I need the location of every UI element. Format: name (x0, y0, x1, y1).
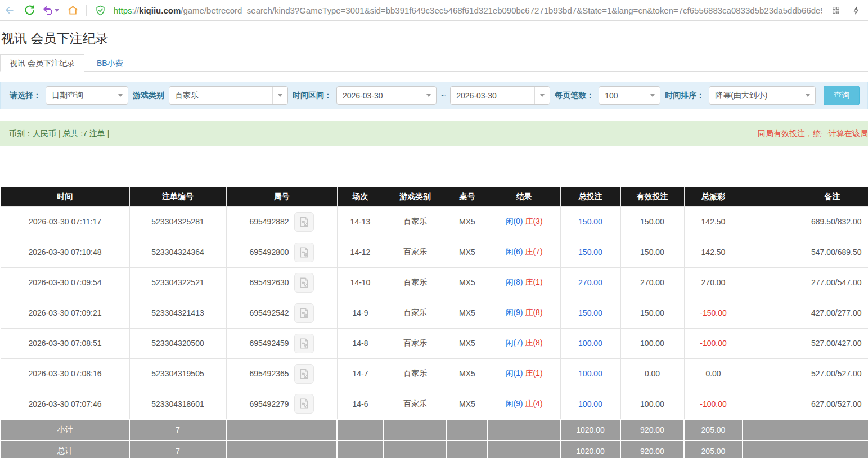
cell-time: 2026-03-30 07:09:54 (1, 267, 129, 298)
filter-bar: 请选择： 日期查询 游戏类别 百家乐 时间区间： 2026-03-30 ~ 20… (0, 82, 868, 109)
cell-table-no: MX5 (447, 206, 488, 237)
home-icon[interactable] (66, 4, 79, 16)
cell-total-bet[interactable]: 100.00 (560, 358, 620, 389)
cell-total-bet[interactable]: 150.00 (560, 298, 620, 328)
cell-bet-id: 523304318601 (129, 389, 226, 419)
table-row: 2026-03-30 07:10:48 523304324364 6954928… (1, 237, 868, 267)
cell-total-bet[interactable]: 150.00 (560, 206, 620, 237)
cell-payout: 142.50 (684, 237, 743, 267)
cell-table-no: MX5 (447, 237, 488, 267)
cell-result: 闲(0) 庄(3) (488, 206, 560, 237)
cell-round: 695492365 (226, 358, 337, 389)
search-button[interactable]: 查询 (824, 86, 860, 105)
cell-table-no: MX5 (447, 328, 488, 358)
cell-round: 695492800 (226, 237, 337, 267)
column-header: 备注 (743, 187, 868, 206)
video-replay-button[interactable] (294, 334, 314, 353)
table-row: 2026-03-30 07:11:17 523304325281 6954928… (1, 206, 868, 237)
cell-note: 689.50/832.00 (743, 206, 868, 237)
sort-select[interactable]: 降幂(由大到小) (709, 86, 816, 105)
cell-note: 547.00/689.50 (743, 237, 868, 267)
cell-note: 527.00/427.00 (743, 328, 868, 358)
footer-cell: 7 (129, 441, 226, 458)
video-replay-button[interactable] (294, 273, 314, 293)
footer-cell (488, 419, 560, 441)
footer-cell: 小计 (1, 419, 129, 441)
cell-total-bet[interactable]: 100.00 (560, 389, 620, 419)
cell-result: 闲(1) 庄(1) (488, 358, 560, 389)
cell-total-bet[interactable]: 150.00 (560, 237, 620, 267)
cell-time: 2026-03-30 07:09:21 (1, 298, 129, 328)
undo-icon[interactable] (43, 5, 59, 16)
cell-bet-id: 523304319505 (129, 358, 226, 389)
date-to-value: 2026-03-30 (451, 87, 534, 104)
cell-time: 2026-03-30 07:11:17 (1, 206, 129, 237)
footer-cell (226, 419, 337, 441)
refresh-icon[interactable] (23, 4, 35, 16)
footer-cell: 920.00 (620, 441, 684, 458)
cell-note: 427.00/277.00 (743, 298, 868, 328)
video-replay-button[interactable] (294, 394, 314, 414)
cell-note: 527.00/527.00 (743, 358, 868, 389)
video-replay-button[interactable] (294, 212, 314, 232)
sort-label: 时间排序： (665, 91, 704, 101)
date-range-tilde: ~ (441, 91, 446, 100)
column-header: 总派彩 (684, 187, 743, 206)
cell-payout: 270.00 (684, 267, 743, 298)
column-header: 局号 (226, 187, 337, 206)
cell-valid-bet: 150.00 (620, 298, 684, 328)
video-replay-button[interactable] (294, 243, 314, 262)
result-banker: 庄(8) (525, 338, 542, 347)
sort-value: 降幂(由大到小) (709, 87, 800, 104)
video-replay-button[interactable] (294, 303, 314, 323)
cell-session: 14-9 (337, 298, 384, 328)
back-icon[interactable] (3, 4, 16, 16)
cell-total-bet[interactable]: 270.00 (560, 267, 620, 298)
cell-result: 闲(9) 庄(4) (488, 389, 560, 419)
tab-bb-tips[interactable]: BB小费 (84, 55, 136, 71)
column-header: 结果 (488, 187, 560, 206)
round-id: 695492882 (249, 217, 289, 226)
footer-cell (337, 441, 384, 458)
time-range-label: 时间区间： (293, 91, 332, 101)
cell-round: 695492882 (226, 206, 337, 237)
lightning-icon[interactable] (850, 4, 862, 16)
cell-total-bet[interactable]: 100.00 (560, 328, 620, 358)
undo-dropdown-caret[interactable] (55, 9, 59, 12)
table-row: 2026-03-30 07:09:54 523304322521 6954926… (1, 267, 868, 298)
per-page-select[interactable]: 100 (599, 86, 660, 105)
secure-shield-icon[interactable] (94, 4, 106, 16)
date-from-select[interactable]: 2026-03-30 (336, 86, 437, 105)
video-replay-button[interactable] (294, 364, 314, 384)
result-banker: 庄(8) (525, 308, 542, 317)
qr-code-icon[interactable] (830, 4, 842, 16)
footer-cell (488, 441, 560, 458)
chevron-down-icon (645, 87, 660, 104)
footer-cell (447, 441, 488, 458)
query-mode-label: 请选择： (10, 91, 41, 101)
cell-time: 2026-03-30 07:10:48 (1, 237, 129, 267)
bet-records-table-wrap: 时间注单编号局号场次游戏类别桌号结果总投注有效投注总派彩备注 2026-03-3… (0, 187, 868, 458)
cell-game-type: 百家乐 (384, 206, 447, 237)
table-row: 2026-03-30 07:07:46 523304318601 6954922… (1, 389, 868, 419)
column-header: 有效投注 (620, 187, 684, 206)
footer-cell: 920.00 (620, 419, 684, 441)
query-mode-select[interactable]: 日期查询 (46, 86, 128, 105)
cell-session: 14-12 (337, 237, 384, 267)
address-bar[interactable]: https://kiqiiu.com/game/betrecord_search… (114, 6, 822, 15)
game-type-select[interactable]: 百家乐 (169, 86, 288, 105)
cell-game-type: 百家乐 (384, 237, 447, 267)
date-to-select[interactable]: 2026-03-30 (450, 86, 550, 105)
game-type-value: 百家乐 (169, 87, 272, 104)
cell-time: 2026-03-30 07:08:16 (1, 358, 129, 389)
column-header: 注单编号 (129, 187, 226, 206)
cell-round: 695492630 (226, 267, 337, 298)
tab-bet-records[interactable]: 视讯 会员下注纪录 (0, 54, 84, 72)
tab-bar: 视讯 会员下注纪录 BB小费 (0, 55, 868, 72)
summary-bar: 币别：人民币 | 总共 :7 注单 | 同局有效投注，统一计算在该局 (0, 121, 868, 146)
cell-round: 695492542 (226, 298, 337, 328)
cell-table-no: MX5 (447, 267, 488, 298)
round-id: 695492459 (249, 339, 289, 348)
cell-payout: 0.00 (684, 358, 743, 389)
cell-valid-bet: 150.00 (620, 237, 684, 267)
